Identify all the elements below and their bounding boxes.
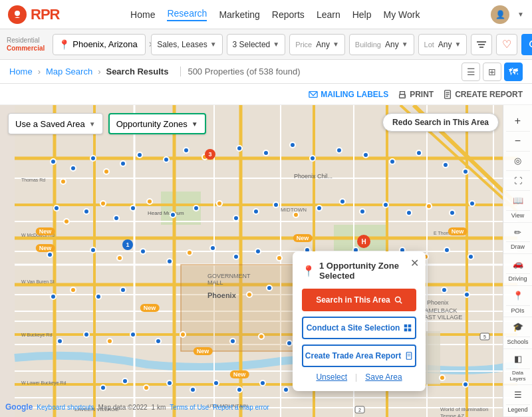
location-input[interactable]: [72, 39, 146, 49]
property-dot[interactable]: [63, 218, 70, 225]
trade-area-button[interactable]: Create Trade Area Report: [302, 345, 416, 367]
new-listing-badge[interactable]: New: [194, 347, 213, 355]
property-dot[interactable]: [53, 205, 60, 211]
property-dot[interactable]: [130, 205, 136, 211]
property-dot[interactable]: [462, 381, 469, 388]
property-dot[interactable]: [120, 287, 126, 293]
price-filter[interactable]: Price Any ▼: [289, 34, 345, 55]
property-dot[interactable]: [469, 200, 475, 207]
property-type-filter[interactable]: 3 Selected ▼: [227, 34, 286, 55]
property-dot[interactable]: [426, 203, 432, 209]
property-dot[interactable]: [449, 209, 456, 216]
nav-learn[interactable]: Learn: [317, 9, 340, 20]
property-dot[interactable]: [462, 168, 469, 175]
type-status-filter[interactable]: Sales, Leases ▼: [151, 34, 222, 55]
schools-button[interactable]: 🎓: [506, 317, 530, 337]
property-dot[interactable]: [464, 291, 470, 298]
breadcrumb-map-search[interactable]: Map Search: [46, 67, 92, 76]
nav-marketing[interactable]: Marketing: [219, 9, 259, 20]
more-filters-button[interactable]: [471, 34, 492, 55]
map-view-button[interactable]: 🗺: [504, 63, 523, 81]
unselect-link[interactable]: Unselect: [316, 372, 347, 382]
print-button[interactable]: PRINT: [398, 90, 434, 99]
location-field[interactable]: 📍 ✕: [53, 34, 146, 55]
grid-view-button[interactable]: ⊞: [483, 63, 501, 81]
property-dot[interactable]: [213, 380, 219, 386]
terms-link[interactable]: Terms of Use: [170, 404, 209, 411]
nav-reports[interactable]: Reports: [272, 9, 305, 20]
property-dot[interactable]: [83, 208, 90, 215]
property-dot[interactable]: [389, 158, 396, 165]
property-dot[interactable]: [286, 340, 293, 347]
search-in-area-button[interactable]: Search in This Area: [302, 289, 416, 311]
mailing-labels-button[interactable]: MAILING LABELS: [309, 90, 388, 99]
property-dot[interactable]: [309, 155, 316, 162]
property-dot[interactable]: [70, 287, 76, 293]
new-listing-badge[interactable]: New: [293, 234, 313, 242]
property-dot[interactable]: [216, 200, 223, 207]
nav-help[interactable]: Help: [352, 9, 372, 20]
zoom-out-button[interactable]: −: [506, 132, 530, 152]
draw-button[interactable]: ✏: [506, 223, 530, 243]
data-layers-button[interactable]: ◧: [506, 349, 530, 369]
property-dot[interactable]: [236, 145, 243, 152]
view-button[interactable]: 📖: [506, 191, 530, 211]
property-dot[interactable]: [180, 331, 186, 338]
property-dot[interactable]: [362, 152, 369, 158]
property-dot[interactable]: [444, 247, 450, 253]
property-dot[interactable]: [359, 208, 366, 215]
property-dot[interactable]: [83, 331, 90, 338]
property-dot[interactable]: [273, 202, 279, 208]
locate-button[interactable]: ◎: [506, 152, 530, 172]
pois-button[interactable]: 📍: [506, 286, 530, 306]
save-button[interactable]: ♡: [496, 34, 517, 55]
property-dot[interactable]: [122, 378, 128, 384]
nav-home[interactable]: Home: [130, 9, 155, 20]
property-dot[interactable]: [155, 338, 162, 345]
lot-filter[interactable]: Lot Any ▼: [418, 34, 467, 55]
property-dot[interactable]: [95, 293, 102, 300]
nav-mywork[interactable]: My Work: [383, 9, 420, 20]
property-dot[interactable]: [146, 198, 153, 205]
property-dot[interactable]: [263, 150, 269, 156]
new-listing-badge[interactable]: New: [448, 227, 467, 235]
nav-research[interactable]: Research: [167, 8, 207, 21]
property-dot[interactable]: [183, 147, 190, 154]
legend-button[interactable]: ☰: [506, 385, 530, 405]
property-dot[interactable]: [47, 251, 53, 258]
property-dot[interactable]: [60, 178, 66, 185]
property-dot[interactable]: [57, 338, 63, 345]
property-dot[interactable]: [209, 245, 216, 251]
property-dot[interactable]: [316, 205, 323, 211]
property-dot[interactable]: [442, 162, 449, 168]
property-dot[interactable]: [266, 285, 273, 291]
property-dot[interactable]: [50, 293, 57, 300]
property-dot[interactable]: [236, 386, 243, 393]
opportunity-zone-dropdown[interactable]: Opportunity Zones ▼: [108, 113, 206, 134]
property-dot[interactable]: [116, 255, 123, 261]
search-go-button[interactable]: [521, 34, 532, 55]
property-dot[interactable]: [229, 338, 236, 345]
user-avatar[interactable]: 👤: [491, 5, 509, 24]
property-dot[interactable]: [50, 158, 57, 165]
list-view-button[interactable]: ☰: [462, 63, 480, 81]
popup-close-button[interactable]: ✕: [410, 257, 419, 269]
breadcrumb-home[interactable]: Home: [9, 67, 33, 76]
property-dot[interactable]: [106, 338, 113, 345]
property-dot[interactable]: [233, 215, 239, 221]
property-dot[interactable]: [113, 215, 120, 221]
new-listing-badge[interactable]: New: [140, 304, 160, 312]
property-dot[interactable]: [90, 155, 96, 162]
property-dot[interactable]: [293, 211, 299, 218]
property-dot[interactable]: [100, 200, 106, 207]
redo-search-button[interactable]: Redo Search in This Area: [382, 113, 499, 132]
property-dot[interactable]: [276, 255, 283, 261]
property-dot[interactable]: [130, 331, 136, 338]
property-dot[interactable]: [441, 287, 448, 293]
property-dot[interactable]: [289, 142, 296, 148]
property-dot[interactable]: [439, 374, 446, 381]
property-dot[interactable]: [100, 384, 106, 391]
new-listing-badge[interactable]: New: [36, 227, 55, 235]
property-dot[interactable]: [166, 380, 173, 386]
property-dot[interactable]: [186, 249, 193, 256]
